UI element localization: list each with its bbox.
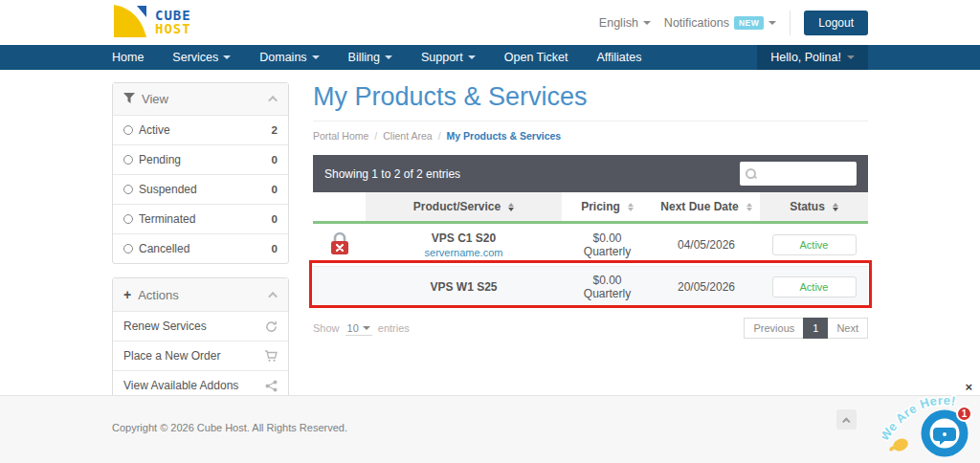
- nav-support[interactable]: Support: [421, 51, 476, 64]
- filter-terminated[interactable]: Terminated 0: [113, 204, 288, 233]
- nav-domains[interactable]: Domains: [259, 51, 319, 64]
- sidebar: View Active 2 Pending 0 Suspended 0: [112, 82, 289, 414]
- filter-pending[interactable]: Pending 0: [113, 144, 288, 174]
- sort-icon: [746, 203, 752, 211]
- breadcrumb-portal-home[interactable]: Portal Home: [313, 130, 368, 142]
- chevron-down-icon: [468, 55, 476, 59]
- showing-entries-text: Showing 1 to 2 of 2 entries: [324, 167, 460, 181]
- radio-icon: [123, 185, 133, 194]
- logo-text: CUBE HOST: [155, 10, 191, 35]
- radio-icon: [123, 244, 133, 254]
- column-status[interactable]: Status: [760, 192, 868, 223]
- filter-suspended[interactable]: Suspended 0: [113, 174, 288, 204]
- chevron-down-icon: [385, 55, 392, 59]
- product-domain-link[interactable]: servername.com: [369, 247, 558, 258]
- current-page-button[interactable]: 1: [803, 318, 828, 339]
- chevron-down-icon: [643, 21, 651, 25]
- column-next-due-date[interactable]: Next Due Date: [653, 192, 760, 223]
- chevron-down-icon: [363, 326, 370, 330]
- table-row-vps-c1-s20[interactable]: VPS C1 S20 servername.com $0.00 Quarterl…: [313, 223, 868, 267]
- nav-billing[interactable]: Billing: [348, 51, 392, 64]
- column-product-service[interactable]: Product/Service: [366, 192, 562, 223]
- plus-icon: +: [123, 287, 131, 302]
- product-name: VPS W1 S25: [430, 280, 497, 294]
- actions-panel-title: Actions: [138, 288, 179, 302]
- table-row-vps-w1-s25[interactable]: VPS W1 S25 $0.00 Quarterly 20/05/2026 Ac…: [313, 267, 868, 308]
- top-header: CUBE HOST English Notifications NEW Logo…: [0, 0, 980, 45]
- column-pricing[interactable]: Pricing: [562, 192, 653, 223]
- previous-page-button[interactable]: Previous: [744, 318, 803, 339]
- copyright-text: Copyright © 2026 Cube Host. All Rights R…: [112, 422, 347, 433]
- price: $0.00: [566, 274, 649, 287]
- nav-home[interactable]: Home: [112, 51, 144, 64]
- cancelled-lock-icon: [328, 246, 351, 259]
- filter-cancelled[interactable]: Cancelled 0: [113, 233, 288, 263]
- billing-cycle: Quarterly: [566, 287, 649, 300]
- chevron-down-icon: [223, 55, 231, 59]
- breadcrumb-current: My Products & Services: [447, 130, 562, 142]
- chat-launcher-button[interactable]: 1: [921, 409, 969, 457]
- language-label: English: [599, 16, 638, 30]
- suspended-count: 0: [272, 184, 278, 195]
- chat-close-icon[interactable]: ×: [965, 381, 972, 393]
- greeting-label: Hello, Polina!: [770, 51, 841, 64]
- new-badge: NEW: [734, 16, 764, 30]
- chat-notification-badge: 1: [956, 406, 972, 422]
- cubehost-logo[interactable]: CUBE HOST: [112, 3, 191, 43]
- pagination: Previous 1 Next: [744, 318, 868, 339]
- table-header-row: Product/Service Pricing Next Due Date: [313, 192, 868, 223]
- radio-icon: [123, 155, 133, 165]
- radio-icon: [123, 125, 133, 135]
- chevron-down-icon: [768, 21, 776, 25]
- filter-active[interactable]: Active 2: [113, 115, 288, 144]
- billing-cycle: Quarterly: [566, 245, 649, 258]
- actions-panel-header[interactable]: + Actions: [113, 278, 288, 311]
- main-navbar: Home Services Domains Billing Support Op…: [0, 45, 980, 70]
- action-place-new-order[interactable]: Place a New Order: [113, 341, 288, 370]
- page-length-select[interactable]: 10: [345, 321, 372, 336]
- chat-widget: × We Are Here! 1: [880, 381, 976, 461]
- addons-icon: [265, 380, 278, 392]
- language-dropdown[interactable]: English: [599, 16, 651, 30]
- chevron-down-icon: [847, 55, 855, 59]
- scroll-to-top-button[interactable]: [836, 409, 857, 430]
- cancelled-count: 0: [272, 243, 278, 254]
- nav-services[interactable]: Services: [172, 51, 231, 64]
- sort-icon: [833, 203, 838, 211]
- pending-count: 0: [272, 154, 278, 165]
- sort-icon: [628, 203, 634, 211]
- status-badge[interactable]: Active: [772, 276, 857, 298]
- page-title: My Products & Services: [313, 82, 868, 121]
- page-length-control: Show 10 entries: [313, 321, 410, 336]
- search-input[interactable]: [760, 168, 851, 180]
- services-table: Showing 1 to 2 of 2 entries Product/Serv…: [313, 155, 868, 308]
- cubehost-logo-icon: [112, 3, 148, 43]
- notifications-label: Notifications: [664, 16, 729, 30]
- breadcrumb-client-area[interactable]: Client Area: [383, 130, 432, 142]
- actions-panel: + Actions Renew Services Place a New Ord…: [112, 277, 289, 401]
- nav-open-ticket[interactable]: Open Ticket: [504, 51, 568, 64]
- next-page-button[interactable]: Next: [828, 318, 868, 339]
- sort-icon: [508, 203, 514, 211]
- view-panel-header[interactable]: View: [113, 83, 288, 115]
- cart-icon: [264, 350, 278, 363]
- view-panel: View Active 2 Pending 0 Suspended 0: [112, 82, 289, 264]
- breadcrumb: Portal Home / Client Area / My Products …: [313, 121, 868, 155]
- action-renew-services[interactable]: Renew Services: [113, 311, 288, 341]
- main-content: My Products & Services Portal Home / Cli…: [313, 82, 868, 414]
- nav-affiliates[interactable]: Affiliates: [596, 51, 641, 64]
- radio-icon: [123, 214, 133, 224]
- status-badge[interactable]: Active: [772, 234, 857, 255]
- waving-hand-icon: [888, 436, 909, 453]
- chevron-up-icon: [842, 417, 850, 425]
- product-name: VPS C1 S20: [432, 232, 496, 245]
- active-count: 2: [272, 124, 278, 136]
- logout-button[interactable]: Logout: [804, 11, 868, 35]
- account-dropdown[interactable]: Hello, Polina!: [757, 45, 868, 70]
- column-icon: [313, 192, 366, 223]
- table-toolbar: Showing 1 to 2 of 2 entries: [313, 155, 868, 192]
- notifications-dropdown[interactable]: Notifications NEW: [664, 16, 776, 30]
- chevron-up-icon: [268, 291, 278, 300]
- chevron-down-icon: [312, 55, 320, 59]
- refresh-icon: [265, 320, 278, 333]
